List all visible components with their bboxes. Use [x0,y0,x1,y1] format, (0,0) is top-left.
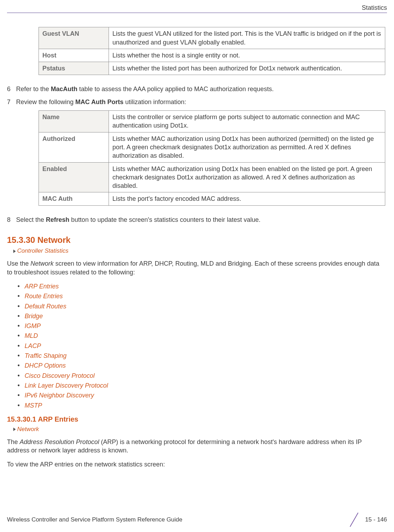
list-item: •Default Routes [18,302,387,311]
bullet-icon: • [18,402,20,409]
page-number: 15 - 146 [365,516,387,524]
link[interactable]: MSTP [25,402,42,409]
arrow-icon [13,250,16,253]
table-row: Enabled Lists whether MAC authorization … [39,162,385,192]
step-number: 8 [7,216,16,224]
step-text: Select the Refresh button to update the … [16,216,387,224]
cell-desc: Lists whether MAC authorization using Do… [109,132,385,162]
slash-icon [346,512,362,528]
link[interactable]: Traffic Shaping [25,352,67,359]
list-item: •MLD [18,332,387,340]
table-row: Authorized Lists whether MAC authorizati… [39,132,385,162]
bullet-icon: • [18,313,20,320]
list-item: •ARP Entries [18,282,387,291]
italic-term: Address Resolution Protocol [20,438,99,445]
subsection-paragraph-2: To view the ARP entries on the network s… [7,460,380,469]
cell-desc: Lists the controller or service platform… [109,111,385,132]
link[interactable]: Link Layer Discovery Protocol [25,382,108,389]
cell-label: Pstatus [39,62,109,75]
step-number: 7 [7,98,16,106]
bullet-icon: • [18,332,20,339]
bullet-icon: • [18,392,20,399]
italic-term: Network [30,260,54,267]
list-item: •Traffic Shaping [18,352,387,360]
footer-title: Wireless Controller and Service Platform… [7,516,182,524]
breadcrumb[interactable]: Network [13,425,387,434]
list-item: •Route Entries [18,292,387,300]
section-paragraph: Use the Network screen to view informati… [7,259,380,277]
list-item: •LACP [18,342,387,350]
cell-desc: Lists the port's factory encoded MAC add… [109,192,385,205]
page-header: Statistics [7,4,387,13]
cell-desc: Lists whether the host is a single entit… [109,49,385,62]
link[interactable]: ARP Entries [25,283,58,290]
arrow-icon [13,428,16,431]
link[interactable]: Route Entries [25,293,63,300]
breadcrumb-link[interactable]: Controller Statistics [17,247,68,254]
table-row: Pstatus Lists whether the listed port ha… [39,62,385,75]
step-text: Refer to the MacAuth table to assess the… [16,85,387,93]
list-item: •IPv6 Neighbor Discovery [18,391,387,400]
link[interactable]: LACP [25,342,41,349]
bullet-icon: • [18,352,20,359]
link[interactable]: DHCP Options [25,362,65,369]
link[interactable]: MLD [25,332,38,339]
cell-label: Guest VLAN [39,27,109,49]
bullet-icon: • [18,293,20,300]
bullet-icon: • [18,342,20,349]
cell-label: Host [39,49,109,62]
bullet-icon: • [18,362,20,369]
breadcrumb-link[interactable]: Network [17,426,39,432]
link[interactable]: IGMP [25,322,41,329]
bullet-icon: • [18,283,20,290]
step-7: 7 Review the following MAC Auth Ports ut… [7,98,387,106]
table-row: Name Lists the controller or service pla… [39,111,385,132]
cell-desc: Lists whether MAC authorization using Do… [109,162,385,192]
cell-label: MAC Auth [39,192,109,205]
table-row: MAC Auth Lists the port's factory encode… [39,192,385,205]
bullet-icon: • [18,322,20,329]
cell-desc: Lists the guest VLAN utilized for the li… [109,27,385,49]
page-footer: Wireless Controller and Service Platform… [7,512,387,528]
step-text: Review the following MAC Auth Ports util… [16,98,387,106]
link[interactable]: Bridge [25,313,43,320]
link-list: •ARP Entries •Route Entries •Default Rou… [18,282,387,410]
table-guest-vlan: Guest VLAN Lists the guest VLAN utilized… [39,27,385,75]
section-heading-network: 15.3.30 Network [7,234,387,246]
list-item: •DHCP Options [18,361,387,370]
bold-term: MacAuth [51,86,77,93]
breadcrumb[interactable]: Controller Statistics [13,247,387,255]
header-section: Statistics [362,4,387,11]
table-row: Host Lists whether the host is a single … [39,49,385,62]
step-number: 6 [7,85,16,93]
step-8: 8 Select the Refresh button to update th… [7,216,387,224]
link[interactable]: Default Routes [25,303,66,310]
bold-term: MAC Auth Ports [75,98,123,105]
cell-label: Enabled [39,162,109,192]
bullet-icon: • [18,382,20,389]
subsection-paragraph: The Address Resolution Protocol (ARP) is… [7,438,380,455]
cell-desc: Lists whether the listed port has been a… [109,62,385,75]
bold-term: Refresh [46,216,69,223]
table-mac-auth-ports: Name Lists the controller or service pla… [39,110,385,206]
cell-label: Name [39,111,109,132]
bullet-icon: • [18,303,20,310]
link[interactable]: Cisco Discovery Protocol [25,372,95,379]
list-item: •Link Layer Discovery Protocol [18,381,387,390]
table-row: Guest VLAN Lists the guest VLAN utilized… [39,27,385,49]
list-item: •MSTP [18,401,387,410]
bullet-icon: • [18,372,20,379]
list-item: •Bridge [18,312,387,320]
cell-label: Authorized [39,132,109,162]
list-item: •IGMP [18,322,387,330]
step-6: 6 Refer to the MacAuth table to assess t… [7,85,387,93]
list-item: •Cisco Discovery Protocol [18,371,387,380]
subsection-heading-arp: 15.3.30.1 ARP Entries [7,415,387,424]
link[interactable]: IPv6 Neighbor Discovery [25,392,94,399]
